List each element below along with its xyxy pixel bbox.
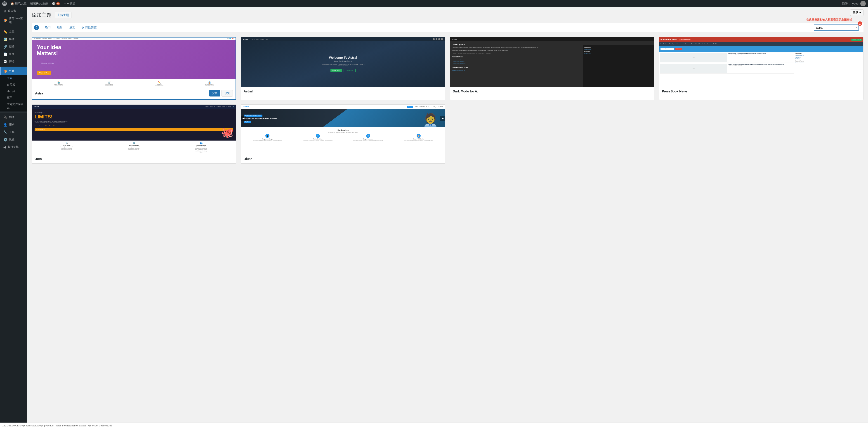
sidebar-item-settings[interactable]: ⚙️ 设置 [0,136,27,143]
blush-footer: Blush [241,154,445,163]
new-content-button[interactable]: ＋ + 新建 [64,2,75,6]
admin-sidebar: ⊞ 仪表盘 🎨 酱茹Free主题 ✏️ 文章 🖼️ 媒体 🔗 链接 📄 页面 💬… [0,7,27,428]
wp-logo-icon[interactable]: W [2,1,7,6]
page-header: 添加主题 上传主题 [32,12,864,19]
octo-screenshot: OCTO HomeAbout usServiceBlogContact 🔍 Ex… [32,105,236,154]
greeting-text: 您好， [842,2,850,6]
sidebar-item-appearance[interactable]: 🎨 外观 [0,67,27,75]
theme-card-astra[interactable]: ⊞ ASTRA HomeAboutServicesReviewsFAQConta… [32,37,236,100]
pressbook-name: PressBook News [662,90,688,93]
darkmode-screenshot: Testing Lorem Ipsum Lorem ipsum dolor si… [450,37,654,87]
pressbook-search-bar: Search Search [659,46,863,52]
users-icon: 👤 [3,123,7,127]
darkmode-sidebar: Categories Uncategorized Archives Januar… [583,45,654,87]
help-button[interactable]: 帮助 ▾ [850,9,864,16]
astra-hero: Your IdeaMatters! Make a Website Make a … [32,40,236,79]
comments-icon: 💬 [52,2,55,5]
sidebar-item-collapse[interactable]: ◀ 收起菜单 [0,143,27,151]
blush-hero: 🧑‍💼 ◀ ▶ Blush is a Beautiful Blog Theme … [241,109,445,127]
main-content: 添加主题 上传主题 6 热门 最新 最爱 ⚙ 特性筛选 × 1 在这里搜索栏输入… [27,7,868,428]
tab-popular[interactable]: 热门 [41,23,54,32]
blush-nav: ≡Blush Home AboutServicesPortfolio ▾Blog… [241,105,445,109]
blush-service-responsive: 📱 Responsive Design Lorem Ipsum is simpl… [243,134,292,141]
sidebar-item-users[interactable]: 👤 用户 [0,121,27,128]
octo-hero: Exceed your LIMITS! Lorem ipsum dolor si… [32,109,236,140]
pressbook-nav: Top Review Trending Entertainment Games … [659,42,863,46]
blush-service-customize: ⚙️ Easy to Customize Lorem Ipsum is simp… [344,134,393,141]
submenu-customize[interactable]: 自定义 [0,81,27,88]
status-url: 192.168.207.130/wp-admin/update.php?acti… [2,424,112,427]
annotation-1-label: 在这里搜索栏输入想要安装的主题查找 [806,18,852,22]
astra-name: Astra [35,92,43,95]
sidebar-item-media[interactable]: 🖼️ 媒体 [0,35,27,43]
sidebar-item-posts[interactable]: ✏️ 文章 [0,28,27,35]
theme-search-area: × 1 在这里搜索栏输入想要安装的主题查找 [814,25,859,31]
comments-link[interactable]: 💬 0 [52,2,60,5]
media-icon: 🖼️ [3,37,7,41]
appearance-icon: 🎨 [3,69,7,73]
tab-feature-filter[interactable]: ⚙ 特性筛选 [78,23,100,32]
theme-card-darkmode[interactable]: Testing Lorem Ipsum Lorem ipsum dolor si… [450,37,654,100]
submenu-menus[interactable]: 菜单 [0,95,27,101]
astra-nav: ⊞ ASTRA HomeAboutServicesReviewsFAQConta… [32,37,236,40]
theme-search-input[interactable] [814,25,859,31]
darkmode-name: Dark Mode for A. [453,90,478,93]
astra-actions: 安装 预览 [209,90,233,97]
blush-prev-button[interactable]: ◀ [241,116,246,121]
theme-card-pressbook[interactable]: PressBook News Zelbridge Arao! Lorem pos… [659,37,864,100]
sidebar-item-pages[interactable]: 📄 页面 [0,51,27,58]
sidebar-item-tools[interactable]: 🔧 工具 [0,128,27,136]
comment-count: 0 [56,2,60,5]
submenu-editor[interactable]: 主题文件编辑器 [0,101,27,111]
pressbook-footer: PressBook News [659,87,863,96]
theme-grid: ⊞ ASTRA HomeAboutServicesReviewsFAQConta… [32,37,864,164]
blush-services: Our Services Check out our main services… [241,127,445,142]
theme-name: 酱茹Free主题 [30,2,48,6]
blush-name: Blush [244,157,252,161]
theme-card-astral[interactable]: Astral Home Blog Sample Page Welcome To … [241,37,445,100]
astral-name: Astral [244,90,253,93]
theme-count-badge: 6 [34,25,39,30]
comments-sidebar-icon: 💬 [3,60,7,64]
annotation-1-badge: 1 [858,22,862,26]
upload-theme-button[interactable]: 上传主题 [55,12,71,18]
theme-card-blush[interactable]: ≡Blush Home AboutServicesPortfolio ▾Blog… [241,104,445,164]
plus-icon: ＋ [64,2,66,6]
astral-hero: Welcome To Astral Astral WordPress Theme… [241,41,445,87]
astral-screenshot: Astral Home Blog Sample Page Welcome To … [241,37,445,87]
astra-screenshot: ⊞ ASTRA HomeAboutServicesReviewsFAQConta… [32,37,236,87]
submenu-themes[interactable]: 主题 [0,75,27,81]
avatar[interactable]: Y [860,1,866,6]
site-home-link[interactable]: 🏠 鹿鸣九章 [10,2,27,6]
blush-service-design: 🎨 Clean & Well Design Lorem Ipsum is sim… [394,134,443,141]
appearance-submenu: 主题 自定义 小工具 菜单 主题文件编辑器 [0,75,27,111]
gear-filter-icon: ⚙ [81,26,84,29]
username-text: yoyo [852,2,859,5]
astra-install-button[interactable]: 安装 [209,90,220,97]
tab-favorites[interactable]: 最爱 [66,23,78,32]
posts-icon: ✏️ [3,30,7,34]
sidebar-item-jiangru[interactable]: 🎨 酱茹Free主题 [0,15,27,26]
search-clear-button[interactable]: × [856,26,858,29]
astra-preview-button[interactable]: 预览 [221,90,233,97]
site-name: 鹿鸣九章 [15,2,27,6]
theme-card-octo[interactable]: OCTO HomeAbout usServiceBlogContact 🔍 Ex… [32,104,236,164]
blush-next-button[interactable]: ▶ [440,116,445,121]
octo-nav: OCTO HomeAbout usServiceBlogContact 🔍 [32,105,236,109]
submenu-widgets[interactable]: 小工具 [0,88,27,95]
sidebar-item-links[interactable]: 🔗 链接 [0,43,27,51]
sidebar-item-plugins[interactable]: 🔌 插件 [0,113,27,121]
status-bar: 192.168.207.130/wp-admin/update.php?acti… [0,423,868,428]
pressbook-content: img Social media advertising helps you p… [659,52,863,87]
dashboard-icon: ⊞ [3,9,6,13]
theme-tabs-bar: 6 热门 最新 最爱 ⚙ 特性筛选 × 1 在这里搜索栏输入想要安装的主题查找 [32,23,864,32]
admin-bar: W 🏠 鹿鸣九章 酱茹Free主题 💬 0 ＋ + 新建 您好， yoyo Y [0,0,868,7]
sidebar-item-dashboard[interactable]: ⊞ 仪表盘 [0,7,27,15]
collapse-icon: ◀ [3,145,6,149]
octo-footer: Octo [32,154,236,163]
tools-icon: 🔧 [3,130,7,134]
tab-latest[interactable]: 最新 [54,23,66,32]
settings-icon: ⚙️ [3,138,7,141]
sidebar-item-comments[interactable]: 💬 评论 [0,58,27,65]
theme-link[interactable]: 酱茹Free主题 [30,2,48,6]
